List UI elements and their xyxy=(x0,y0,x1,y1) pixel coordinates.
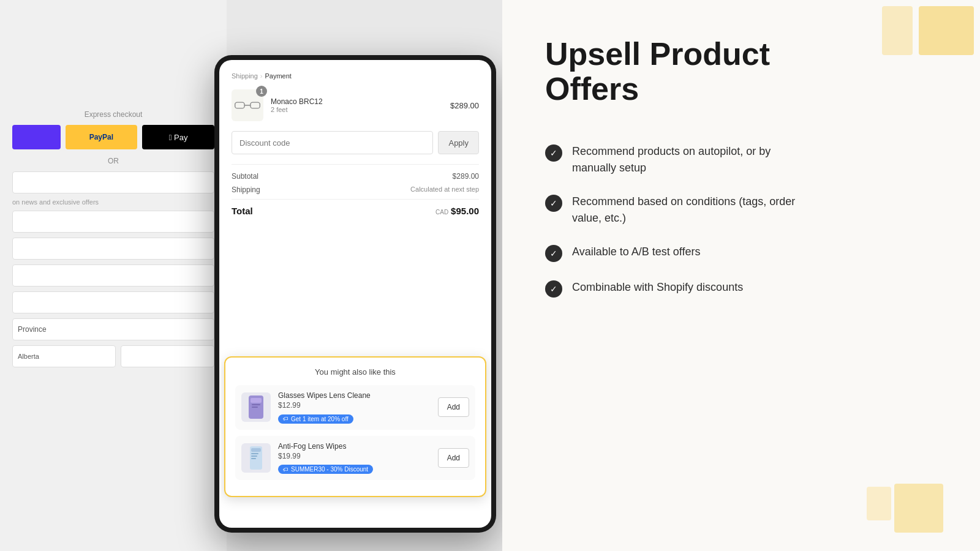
address2-field xyxy=(12,238,214,260)
product-badge: 1 xyxy=(256,86,267,97)
grand-total-row: Total CAD$95.00 xyxy=(232,199,479,216)
product-info: Monaco BRC12 2 feet xyxy=(271,97,443,113)
feature-item-3: ✓ Available to A/B test offers xyxy=(545,244,937,262)
btn-purple xyxy=(12,125,61,149)
deco-bottom-right xyxy=(870,471,943,533)
upsell-popup: You might also like this G xyxy=(224,356,486,497)
upsell-item-2-add-button[interactable]: Add xyxy=(438,448,469,468)
product-price: $289.00 xyxy=(450,101,479,110)
upsell-item-1: Glasses Wipes Lens Cleane $12.99 🏷 Get 1… xyxy=(235,385,475,430)
check-icon-3: ✓ xyxy=(545,245,562,262)
name-field xyxy=(12,171,214,193)
svg-rect-1 xyxy=(251,102,260,108)
paypal-logo: PayPal xyxy=(89,133,113,141)
breadcrumb-payment: Payment xyxy=(265,72,292,80)
postal-field xyxy=(121,345,214,367)
apply-button[interactable]: Apply xyxy=(438,131,479,154)
glasses-icon xyxy=(235,99,260,112)
deco-rect-2 xyxy=(882,6,913,55)
feature-text-2: Recommend based on conditions (tags, ord… xyxy=(572,193,817,227)
lens-cleaner-icon xyxy=(245,394,267,420)
province-label: Province xyxy=(18,325,47,334)
lastname-field xyxy=(12,291,214,313)
tablet-content: Shipping › Payment xyxy=(219,60,491,528)
feature-text-4: Combinable with Shopify discounts xyxy=(572,279,743,296)
feature-text-1: Recommend products on autopilot, or by m… xyxy=(572,143,817,176)
apple-pay-logo:  Pay xyxy=(169,133,188,142)
totals-section: Subtotal $289.00 Shipping Calculated at … xyxy=(232,164,479,216)
news-opt-in-text: on news and exclusive offers xyxy=(12,198,214,206)
background-form: Express checkout PayPal  Pay OR on news… xyxy=(0,0,227,551)
deco-rect-1 xyxy=(919,6,974,55)
upsell-title: You might also like this xyxy=(235,367,475,377)
product-name: Monaco BRC12 xyxy=(271,97,443,106)
upsell-item-2-info: Anti-Fog Lens Wipes $19.99 🏷 SUMMER30 - … xyxy=(278,442,431,474)
svg-rect-7 xyxy=(252,404,260,405)
city-field xyxy=(12,264,214,287)
upsell-item-1-tag: 🏷 Get 1 item at 20% off xyxy=(278,414,353,424)
title-line-2: Offers xyxy=(545,71,639,107)
product-variant: 2 feet xyxy=(271,106,443,113)
express-buttons: PayPal  Pay xyxy=(12,125,214,149)
breadcrumb-chevron: › xyxy=(260,72,263,80)
breadcrumb: Shipping › Payment xyxy=(232,72,479,80)
feature-item-4: ✓ Combinable with Shopify discounts xyxy=(545,279,937,298)
upsell-item-2-tag-text: SUMMER30 - 30% Discount xyxy=(291,466,368,473)
feature-item-2: ✓ Recommend based on conditions (tags, o… xyxy=(545,193,937,227)
svg-rect-13 xyxy=(251,458,256,459)
main-title: Upsell Product Offers xyxy=(545,37,802,107)
upsell-item-1-add-button[interactable]: Add xyxy=(438,397,469,417)
check-icon-1: ✓ xyxy=(545,144,562,162)
svg-rect-8 xyxy=(252,407,258,408)
upsell-item-1-image xyxy=(241,392,271,422)
subtotal-value: $289.00 xyxy=(453,172,479,181)
btn-paypal: PayPal xyxy=(66,125,138,149)
upsell-item-1-name: Glasses Wipes Lens Cleane xyxy=(278,391,431,400)
breadcrumb-shipping: Shipping xyxy=(232,72,258,80)
or-divider: OR xyxy=(12,157,214,165)
deco-rect-4 xyxy=(867,487,891,520)
right-panel: Upsell Product Offers ✓ Recommend produc… xyxy=(502,0,980,551)
province-select: Province xyxy=(12,318,214,340)
deco-top-right xyxy=(882,0,980,73)
discount-code-input[interactable] xyxy=(232,131,433,154)
svg-rect-0 xyxy=(235,102,244,108)
total-amount: CAD$95.00 xyxy=(435,206,479,216)
shipping-value: Calculated at next step xyxy=(410,186,479,194)
btn-apple-pay:  Pay xyxy=(142,125,214,149)
deco-rect-3 xyxy=(894,484,943,533)
svg-rect-12 xyxy=(251,455,257,457)
country-select: Alberta xyxy=(12,345,116,367)
subtotal-label: Subtotal xyxy=(232,172,258,181)
express-checkout-label: Express checkout xyxy=(12,110,214,119)
upsell-item-2-price: $19.99 xyxy=(278,452,431,460)
address-field xyxy=(12,211,214,233)
total-value: $95.00 xyxy=(451,206,479,216)
features-list: ✓ Recommend products on autopilot, or by… xyxy=(545,143,937,298)
upsell-item-2-image xyxy=(241,443,271,473)
fog-wipes-icon xyxy=(245,445,267,471)
svg-rect-11 xyxy=(251,453,258,454)
check-icon-4: ✓ xyxy=(545,280,562,298)
product-image-wrap: 1 xyxy=(232,89,263,121)
discount-row[interactable]: Apply xyxy=(232,131,479,154)
left-panel: Express checkout PayPal  Pay OR on news… xyxy=(0,0,502,551)
svg-rect-6 xyxy=(251,398,262,403)
svg-rect-10 xyxy=(251,448,261,452)
upsell-item-2-name: Anti-Fog Lens Wipes xyxy=(278,442,431,451)
title-line-1: Upsell Product xyxy=(545,36,770,72)
feature-item-1: ✓ Recommend products on autopilot, or by… xyxy=(545,143,937,176)
subtotal-row: Subtotal $289.00 xyxy=(232,172,479,181)
total-label: Total xyxy=(232,206,253,216)
tag-icon-2: 🏷 xyxy=(283,467,288,473)
upsell-item-2: Anti-Fog Lens Wipes $19.99 🏷 SUMMER30 - … xyxy=(235,436,475,481)
upsell-item-2-tag: 🏷 SUMMER30 - 30% Discount xyxy=(278,465,373,474)
upsell-item-1-info: Glasses Wipes Lens Cleane $12.99 🏷 Get 1… xyxy=(278,391,431,424)
feature-text-3: Available to A/B test offers xyxy=(572,244,700,260)
total-currency: CAD xyxy=(435,209,448,216)
tablet-device: Shipping › Payment xyxy=(214,55,496,533)
tablet-screen: Shipping › Payment xyxy=(219,60,491,528)
shipping-row: Shipping Calculated at next step xyxy=(232,186,479,194)
upsell-item-1-price: $12.99 xyxy=(278,401,431,410)
product-row: 1 Monaco BRC12 2 feet $289.00 xyxy=(232,89,479,121)
